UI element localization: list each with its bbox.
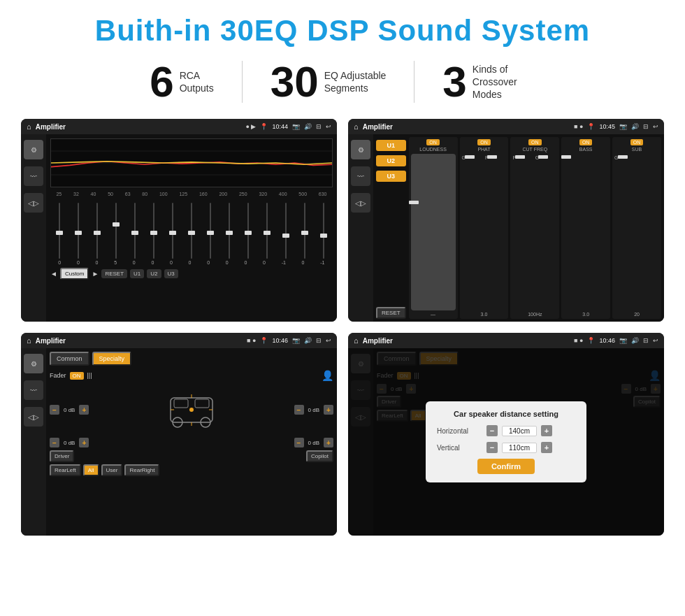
dialog-time: 10:46 <box>599 337 615 344</box>
stat-eq-label: EQ Adjustable Segments <box>324 69 387 94</box>
cutfreq-val: 100Hz <box>528 312 542 317</box>
vol1-plus[interactable]: + <box>79 405 89 415</box>
back-icon-4[interactable]: ↩ <box>653 337 658 344</box>
fader-label: Fader <box>50 372 66 379</box>
eq-slider-7[interactable] <box>172 203 173 259</box>
all-btn[interactable]: All <box>83 464 99 476</box>
driver-btn[interactable]: Driver <box>50 450 74 462</box>
u3-btn[interactable]: U3 <box>164 269 178 278</box>
eq-sliders-row <box>50 199 333 259</box>
horizontal-minus-btn[interactable]: − <box>486 425 498 436</box>
crossover-icon-btn-3[interactable]: ◁▷ <box>351 193 370 213</box>
specialty-icon-btn-3[interactable]: ◁▷ <box>24 407 43 427</box>
horizontal-plus-btn[interactable]: + <box>541 425 552 436</box>
u3-crossover-btn[interactable]: U3 <box>376 171 406 182</box>
home-icon[interactable]: ⌂ <box>27 122 31 131</box>
u1-btn[interactable]: U1 <box>130 269 144 278</box>
eq-slider-14[interactable] <box>304 203 305 259</box>
bass-label: BASS <box>579 147 593 152</box>
horizontal-label: Horizontal <box>437 427 482 435</box>
spec-tab-btns: Common Specialty <box>50 352 333 366</box>
specialty-topbar: ⌂ Amplifier ■ ● 📍 10:46 📷 🔊 ⊟ ↩ <box>21 333 337 348</box>
vol2-right-plus[interactable]: + <box>324 438 333 447</box>
crossover-icon-btn-1[interactable]: ⚙ <box>351 140 370 159</box>
phat-label: PHAT <box>477 147 490 152</box>
bass-on: ON <box>579 139 593 145</box>
vertical-plus-btn[interactable]: + <box>541 442 552 453</box>
bass-val: 3.0 <box>582 312 589 317</box>
crossover-side-icons: ⚙ 〰 ◁▷ <box>348 134 373 322</box>
specialty-tab[interactable]: Specialty <box>92 352 132 366</box>
dot-icon-4: ■ ● <box>574 337 583 344</box>
stat-crossover: 3 Kinds of Crossover Modes <box>414 60 563 103</box>
loudness-slider[interactable] <box>411 154 456 310</box>
back-icon[interactable]: ↩ <box>326 123 331 130</box>
eq-slider-15[interactable] <box>323 203 324 259</box>
eq-slider-8[interactable] <box>191 203 192 259</box>
eq-slider-11[interactable] <box>247 203 249 259</box>
eq-side-icons: ⚙ 〰 ◁▷ <box>21 134 46 322</box>
home-icon-4[interactable]: ⌂ <box>354 336 359 345</box>
person-icon: 👤 <box>322 370 333 381</box>
eq-bottom-bar: ◄ Custom ► RESET U1 U2 U3 <box>50 268 333 280</box>
specialty-time: 10:46 <box>272 337 288 344</box>
eq-slider-12[interactable] <box>266 203 268 259</box>
eq-slider-5[interactable] <box>134 203 136 259</box>
sub-val: 20 <box>634 312 640 317</box>
specialty-topbar-title: Amplifier <box>36 337 243 345</box>
eq-slider-4[interactable] <box>115 203 117 259</box>
eq-slider-13[interactable] <box>285 203 287 259</box>
vol1-right-minus[interactable]: − <box>294 405 304 415</box>
vol1-minus[interactable]: − <box>50 405 59 415</box>
crossover-icon-btn-2[interactable]: 〰 <box>351 166 370 186</box>
eq-slider-10[interactable] <box>229 203 230 259</box>
stats-row: 6 RCA Outputs 30 EQ Adjustable Segments … <box>21 60 664 103</box>
vertical-minus-btn[interactable]: − <box>486 442 498 453</box>
specialty-screen-content: ⚙ 〰 ◁▷ Common Specialty Fader ON ||| 👤 <box>21 348 337 536</box>
eq-slider-2[interactable] <box>78 203 79 259</box>
next-icon[interactable]: ► <box>92 270 99 278</box>
custom-btn[interactable]: Custom <box>60 268 89 280</box>
u2-btn[interactable]: U2 <box>147 269 161 278</box>
vol2-right-minus[interactable]: − <box>294 438 304 447</box>
copilot-btn[interactable]: Copilot <box>306 450 333 462</box>
rearleft-btn[interactable]: RearLeft <box>50 464 81 476</box>
vol2-left-val: 0 dB <box>64 440 75 446</box>
eq-slider-6[interactable] <box>153 203 154 259</box>
dialog-vertical-row: Vertical − 110cm + <box>437 442 575 453</box>
specialty-icon-btn-2[interactable]: 〰 <box>24 380 43 400</box>
camera-icon-3: 📷 <box>292 337 300 344</box>
common-tab[interactable]: Common <box>50 352 89 366</box>
back-icon-3[interactable]: ↩ <box>326 337 331 344</box>
eq-slider-1[interactable] <box>59 203 60 259</box>
eq-slider-9[interactable] <box>210 203 211 259</box>
user-btn[interactable]: User <box>101 464 123 476</box>
vol1-right-val: 0 dB <box>308 407 319 413</box>
eq-slider-3[interactable] <box>96 203 98 259</box>
vol2-minus[interactable]: − <box>50 438 59 447</box>
specialty-main: Common Specialty Fader ON ||| 👤 − 0 dB + <box>46 348 337 536</box>
rearright-btn[interactable]: RearRight <box>124 464 159 476</box>
dot-icon-2: ■ ● <box>574 123 583 130</box>
eq-icon-btn-2[interactable]: 〰 <box>24 166 43 186</box>
u1-crossover-btn[interactable]: U1 <box>376 140 406 151</box>
dialog-topbar: ⌂ Amplifier ■ ● 📍 10:46 📷 🔊 ⊟ ↩ <box>348 333 664 348</box>
vol1-right-plus[interactable]: + <box>324 405 333 415</box>
crossover-topbar-title: Amplifier <box>363 123 570 131</box>
prev-icon[interactable]: ◄ <box>50 270 57 278</box>
vol2-plus[interactable]: + <box>79 438 89 447</box>
sub-channel: ON SUB G 20 <box>612 137 661 319</box>
specialty-icon-btn-1[interactable]: ⚙ <box>24 354 43 373</box>
home-icon-2[interactable]: ⌂ <box>354 122 359 131</box>
home-icon-3[interactable]: ⌂ <box>27 336 31 345</box>
reset-btn[interactable]: RESET <box>101 269 127 278</box>
eq-icon-btn-1[interactable]: ⚙ <box>24 140 43 159</box>
eq-graph <box>50 138 333 187</box>
back-icon-2[interactable]: ↩ <box>653 123 658 130</box>
location-icon-4: 📍 <box>587 337 595 344</box>
u2-crossover-btn[interactable]: U2 <box>376 155 406 166</box>
eq-icon-btn-3[interactable]: ◁▷ <box>24 193 43 213</box>
stat-rca: 6 RCA Outputs <box>122 60 242 103</box>
confirm-button[interactable]: Confirm <box>477 459 535 474</box>
crossover-reset-btn[interactable]: RESET <box>376 307 406 319</box>
